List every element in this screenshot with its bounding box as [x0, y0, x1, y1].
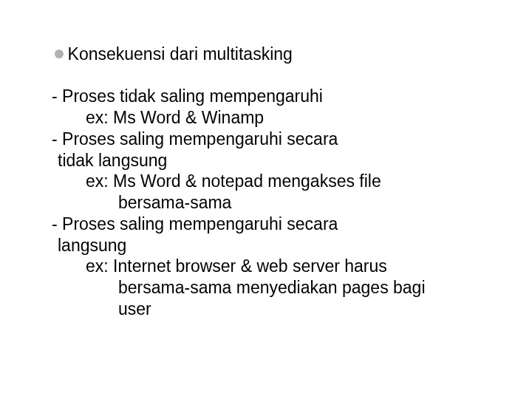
bullet-line: Konsekuensi dari multitasking: [35, 22, 532, 86]
slide: Konsekuensi dari multitasking - Proses t…: [0, 0, 532, 399]
example-3-cont-2: user: [35, 299, 532, 320]
bullet-heading: Konsekuensi dari multitasking: [68, 44, 293, 64]
sub-item-2: - Proses saling mempengaruhi secara: [35, 129, 532, 150]
sub-item-1: - Proses tidak saling mempengaruhi: [35, 86, 532, 107]
example-2: ex: Ms Word & notepad mengakses file: [35, 171, 532, 192]
example-1: ex: Ms Word & Winamp: [35, 107, 532, 129]
example-3-cont-1: bersama-sama menyediakan pages bagi: [35, 277, 532, 299]
sub-item-3-cont: langsung: [35, 235, 532, 256]
sub-item-2-cont: tidak langsung: [35, 150, 532, 171]
example-2-cont: bersama-sama: [35, 192, 532, 214]
sub-item-3: - Proses saling mempengaruhi secara: [35, 214, 532, 235]
example-3: ex: Internet browser & web server harus: [35, 256, 532, 277]
bullet-icon: [55, 50, 64, 58]
